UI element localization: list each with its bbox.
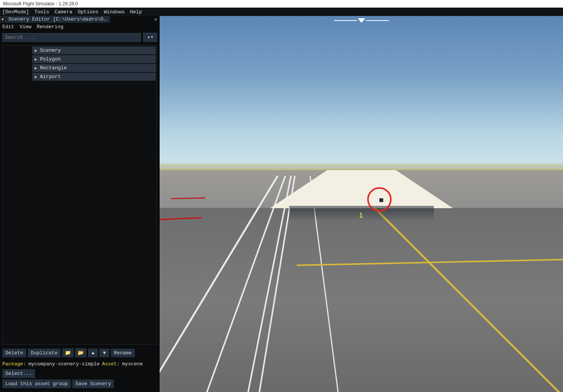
open-folder-button[interactable]: 📂: [75, 348, 86, 357]
search-input[interactable]: [2, 33, 141, 42]
hud-bar-right: [366, 20, 389, 21]
panel-handle-icon[interactable]: ▾: [0, 16, 5, 23]
help-menu[interactable]: Help: [130, 9, 142, 15]
funnel-icon: ▾: [147, 34, 150, 40]
tree-item-scenery[interactable]: ▶ Scenery: [32, 46, 156, 54]
windows-menu[interactable]: Windows: [104, 9, 125, 15]
rendering-menu[interactable]: Rendering: [37, 24, 63, 30]
asset-label: Asset:: [102, 361, 120, 367]
rename-button[interactable]: Rename: [111, 349, 135, 357]
select-asset-button[interactable]: Select...: [2, 369, 35, 378]
tree-item-label: Scenery: [40, 48, 61, 53]
view-menu[interactable]: View: [19, 24, 31, 30]
move-down-button[interactable]: ▼: [99, 349, 109, 357]
svg-line-8: [171, 198, 205, 199]
new-folder-button[interactable]: 📁: [62, 348, 74, 357]
main-menubar: [DevMode] Tools Camera Options Windows H…: [0, 8, 563, 16]
filter-button[interactable]: ▾ ▼: [143, 33, 157, 42]
hierarchy-tree[interactable]: ▶ Scenery ▶ Polygon ▶ Rectangle ▶ Airpor…: [2, 45, 157, 344]
folder-icon: 📂: [78, 350, 84, 356]
highlight-circle: [367, 187, 392, 212]
tree-item-label: Rectangle: [40, 65, 67, 71]
hud-top-indicator[interactable]: [334, 18, 389, 23]
hud-bar-left: [334, 20, 357, 21]
panel-submenu: Edit View Rendering: [0, 23, 159, 30]
save-scenery-button[interactable]: Save Scenery: [72, 379, 114, 388]
chevron-right-icon: ▶: [35, 75, 40, 79]
tree-item-polygon[interactable]: ▶ Polygon: [32, 55, 156, 63]
delete-button[interactable]: Delete: [2, 349, 26, 357]
duplicate-button[interactable]: Duplicate: [28, 349, 61, 357]
edit-menu[interactable]: Edit: [2, 24, 14, 30]
options-menu[interactable]: Options: [78, 9, 99, 15]
window-title: Microsoft Flight Simulator - 1.29.28.0: [0, 0, 563, 8]
tree-item-label: Polygon: [40, 56, 61, 62]
chevron-right-icon: ▶: [35, 48, 40, 53]
load-asset-group-button[interactable]: Load this asset group: [2, 379, 71, 388]
tools-menu[interactable]: Tools: [34, 9, 49, 15]
chevron-up-icon: ▲: [91, 350, 94, 356]
close-icon[interactable]: ✕: [152, 16, 159, 22]
scenery-editor-panel: ▾ Scenery Editor [C:\Users\dadro\Desktop…: [0, 16, 160, 392]
annotation-number: 1: [359, 212, 363, 219]
devmode-menu[interactable]: [DevMode]: [2, 9, 29, 15]
asset-value: myscene: [122, 361, 143, 367]
camera-menu[interactable]: Camera: [54, 9, 72, 15]
folder-plus-icon: 📁: [65, 350, 71, 356]
package-value: mycompany-scenery-simple: [28, 361, 99, 367]
chevron-right-icon: ▶: [35, 57, 40, 62]
svg-line-7: [160, 218, 202, 220]
package-label: Package:: [2, 361, 26, 367]
chevron-right-icon: ▶: [35, 66, 40, 70]
tree-item-rectangle[interactable]: ▶ Rectangle: [32, 64, 156, 72]
panel-title: Scenery Editor [C:\Users\dadro\Desktop\S…: [5, 16, 110, 23]
tree-item-airport[interactable]: ▶ Airport: [32, 73, 156, 81]
tree-item-label: Airport: [40, 74, 61, 80]
hud-triangle-icon: [358, 18, 365, 23]
move-up-button[interactable]: ▲: [88, 349, 98, 357]
chevron-down-icon: ▼: [103, 350, 106, 356]
chevron-down-icon: ▼: [151, 35, 153, 39]
viewport-3d[interactable]: 1: [160, 16, 563, 392]
svg-marker-11: [270, 170, 453, 208]
